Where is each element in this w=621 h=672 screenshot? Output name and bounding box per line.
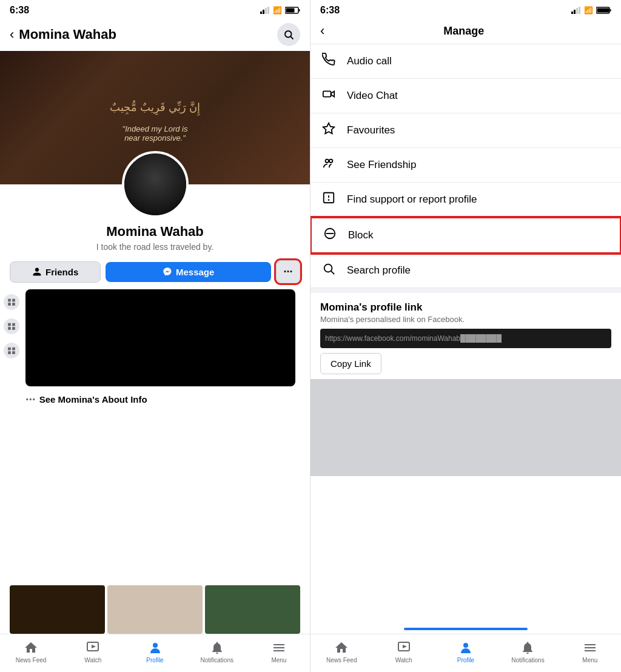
- svg-rect-0: [260, 12, 262, 14]
- svg-line-8: [290, 36, 293, 39]
- nav-watch[interactable]: Watch: [62, 638, 124, 666]
- copy-link-button[interactable]: Copy Link: [320, 353, 381, 374]
- favourites-label: Favourites: [347, 124, 395, 136]
- svg-rect-12: [12, 303, 15, 306]
- left-phone: 6:38 📶 ‹ Momina Wahab: [0, 0, 310, 672]
- block-icon: [321, 227, 338, 244]
- nav-watch-label: Watch: [84, 657, 101, 664]
- menu-audio-call[interactable]: Audio call: [310, 44, 621, 79]
- search-button[interactable]: [277, 23, 300, 46]
- svg-point-45: [463, 643, 468, 648]
- nav-news-feed[interactable]: News Feed: [0, 638, 62, 666]
- battery-icon: [285, 7, 300, 14]
- back-button[interactable]: ‹: [10, 27, 14, 42]
- about-section[interactable]: ··· See Momina's About Info: [25, 386, 305, 406]
- right-nav-notifications-label: Notifications: [511, 657, 544, 664]
- profile-link-url-text: https://www.facebook.com/mominaWahab████…: [325, 334, 502, 343]
- nav-profile[interactable]: Profile: [124, 638, 186, 666]
- svg-rect-10: [12, 299, 15, 302]
- svg-point-41: [324, 264, 332, 272]
- svg-rect-29: [610, 9, 611, 12]
- nav-notifications[interactable]: Notifications: [186, 638, 248, 666]
- svg-marker-33: [323, 123, 334, 133]
- svg-rect-15: [8, 327, 11, 330]
- nav-menu[interactable]: Menu: [248, 638, 310, 666]
- avatar[interactable]: [122, 151, 189, 218]
- right-title: Manage: [334, 25, 593, 38]
- message-button[interactable]: Message: [106, 262, 271, 282]
- menu-block[interactable]: Block: [310, 217, 621, 254]
- photo-thumb-2[interactable]: [107, 585, 203, 634]
- right-wifi-icon: 📶: [584, 6, 593, 15]
- right-signal-icon: [571, 7, 581, 14]
- svg-rect-17: [8, 348, 11, 351]
- more-icon: ···: [283, 266, 292, 278]
- signal-icon: [260, 7, 270, 14]
- menu-icon: [272, 640, 286, 655]
- right-nav-watch-label: Watch: [395, 657, 412, 664]
- right-bell-icon: [520, 640, 535, 655]
- bell-icon: [210, 640, 224, 655]
- right-nav-notifications[interactable]: Notifications: [497, 638, 559, 666]
- profile-link-url: https://www.facebook.com/mominaWahab████…: [320, 329, 611, 348]
- main-content: ··· See Momina's About Info: [25, 289, 305, 406]
- friends-button[interactable]: Friends: [10, 261, 101, 283]
- svg-point-35: [329, 160, 333, 163]
- nav-news-feed-label: News Feed: [16, 657, 47, 664]
- right-nav-menu-label: Menu: [582, 657, 597, 664]
- right-back-button[interactable]: ‹: [320, 23, 324, 39]
- menu-report[interactable]: Find support or report profile: [310, 183, 621, 217]
- right-status-bar: 6:38 📶: [310, 0, 621, 18]
- photo-thumb-1[interactable]: [10, 585, 105, 634]
- report-label: Find support or report profile: [347, 193, 477, 206]
- svg-rect-16: [12, 327, 15, 330]
- photo-thumb-3[interactable]: [205, 585, 300, 634]
- see-friendship-label: See Friendship: [347, 159, 416, 171]
- svg-rect-20: [12, 351, 15, 354]
- cover-text: إِنَّ رَبِّي قَرِيبٌ مُّجِيبٌ "Indeed my…: [104, 93, 206, 143]
- svg-marker-44: [403, 645, 407, 648]
- svg-rect-26: [576, 8, 578, 14]
- menu-video-chat[interactable]: Video Chat: [310, 79, 621, 113]
- svg-point-34: [326, 160, 329, 163]
- profile-avatar-container: [0, 151, 310, 218]
- menu-search-profile[interactable]: Search profile: [310, 254, 621, 288]
- video-icon: [320, 87, 337, 104]
- right-nav-news-feed[interactable]: News Feed: [310, 638, 372, 666]
- profile-link-section: Momina's profile link Momina's personali…: [310, 288, 621, 379]
- svg-point-7: [285, 31, 292, 38]
- right-home-icon: [334, 640, 349, 655]
- block-label: Block: [348, 229, 374, 241]
- right-nav-profile-label: Profile: [457, 657, 474, 664]
- page-title: Momina Wahab: [19, 27, 277, 42]
- home-icon: [24, 640, 38, 655]
- profile-icon: [148, 640, 163, 655]
- menu-see-friendship[interactable]: See Friendship: [310, 148, 621, 183]
- more-button[interactable]: ···: [276, 260, 300, 283]
- right-nav-profile[interactable]: Profile: [435, 638, 497, 666]
- profile-link-title: Momina's profile link: [320, 301, 611, 314]
- right-time: 6:38: [320, 5, 340, 16]
- svg-rect-24: [571, 12, 573, 14]
- svg-line-42: [331, 271, 334, 274]
- svg-rect-2: [265, 8, 267, 14]
- svg-rect-27: [579, 7, 580, 14]
- side-icon-3: [4, 343, 19, 358]
- report-icon: [320, 191, 337, 208]
- menu-favourites[interactable]: Favourites: [310, 113, 621, 148]
- nav-notifications-label: Notifications: [200, 657, 233, 664]
- svg-rect-9: [8, 299, 11, 302]
- video-chat-label: Video Chat: [347, 90, 398, 102]
- right-bottom-nav: News Feed Watch Profile Notifications Me…: [310, 634, 621, 672]
- arabic-text: إِنَّ رَبِّي قَرِيبٌ مُّجِيبٌ: [104, 93, 206, 123]
- svg-rect-6: [286, 8, 295, 13]
- right-nav-menu[interactable]: Menu: [559, 638, 621, 666]
- about-info-label: See Momina's About Info: [39, 394, 147, 405]
- audio-call-label: Audio call: [347, 55, 392, 67]
- right-nav-watch[interactable]: Watch: [372, 638, 434, 666]
- photo-strip: [0, 580, 310, 634]
- svg-point-23: [153, 643, 158, 648]
- svg-rect-11: [8, 303, 11, 306]
- side-icon-1: [4, 294, 19, 310]
- messenger-icon: [163, 267, 172, 277]
